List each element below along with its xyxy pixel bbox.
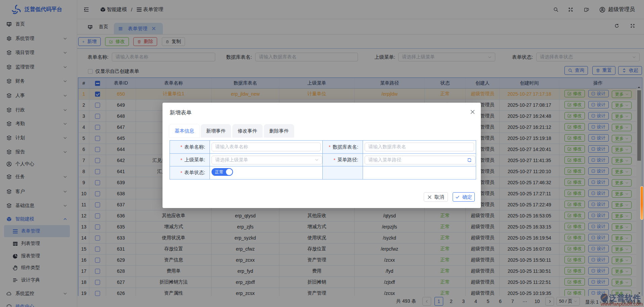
confirm-button[interactable]: 确定 — [453, 192, 475, 202]
required-asterisk: * — [334, 157, 335, 163]
add-form-modal: 新增表单 基本信息 新增事件 修改事件 删除事件 — [163, 103, 481, 208]
placeholder-text: 请输入表单名称 — [215, 144, 248, 150]
modal-tab[interactable]: 新增事件 — [201, 124, 231, 138]
field-label-text: 表单名称: — [184, 144, 205, 150]
field-label: *表单名称: — [170, 141, 210, 153]
field-label: *菜单路径: — [323, 154, 363, 166]
tab-label: 新增事件 — [206, 128, 226, 134]
required-asterisk: * — [181, 157, 182, 163]
placeholder-text: 请输入数据库表名 — [368, 144, 406, 150]
modal-form-name-input[interactable]: 请输入表单名称 — [212, 143, 321, 151]
status-toggle[interactable]: 正常 — [212, 168, 233, 176]
field-label-text: 上级菜单: — [184, 157, 205, 163]
refresh-icon[interactable] — [467, 158, 472, 162]
chevron-down-icon — [315, 158, 319, 162]
modal-title: 新增表单 — [170, 109, 192, 116]
cancel-button[interactable]: 取消 — [424, 192, 448, 202]
tab-label: 基本信息 — [175, 128, 194, 134]
required-asterisk: * — [181, 170, 182, 175]
modal-tab[interactable]: 删除事件 — [264, 124, 294, 138]
button-label: 取消 — [434, 194, 444, 200]
modal-form: *表单名称: 请输入表单名称 *数据库表名: 请输入数据库表名 *上级菜单: 请… — [170, 140, 476, 180]
field-label-text: 表单状态: — [184, 169, 205, 176]
page-scrollbar-thumb[interactable] — [640, 186, 643, 220]
page-scrollbar[interactable] — [640, 19, 644, 307]
required-asterisk: * — [329, 144, 330, 150]
field-label-text: 数据库表名: — [332, 144, 358, 150]
field-label: *数据库表名: — [323, 141, 363, 153]
placeholder-text: 请输入菜单路径 — [368, 157, 401, 163]
field-label: *上级菜单: — [170, 154, 210, 166]
modal-tab[interactable]: 基本信息 — [169, 124, 199, 138]
field-label-text: 菜单路径: — [337, 157, 358, 163]
tab-label: 删除事件 — [269, 128, 289, 134]
field-label: *表单状态: — [170, 166, 210, 179]
modal-db-name-input[interactable]: 请输入数据库表名 — [365, 143, 474, 151]
tab-label: 修改事件 — [238, 128, 257, 134]
modal-parent-select[interactable]: 请选择上级菜单 — [212, 156, 322, 164]
toggle-knob — [226, 169, 232, 175]
check-icon — [455, 195, 460, 199]
modal-path-input[interactable]: 请输入菜单路径 — [365, 156, 475, 164]
modal-tab[interactable]: 修改事件 — [232, 124, 263, 138]
required-asterisk: * — [181, 144, 182, 150]
close-icon[interactable] — [470, 109, 475, 114]
placeholder-text: 请选择上级菜单 — [215, 157, 248, 163]
field-label-empty — [323, 166, 363, 179]
button-label: 确定 — [462, 194, 472, 200]
close-icon — [427, 195, 432, 199]
toggle-label: 正常 — [215, 169, 224, 175]
app-root: 泛普低代码平台 首页 系统管理 — [0, 0, 644, 307]
